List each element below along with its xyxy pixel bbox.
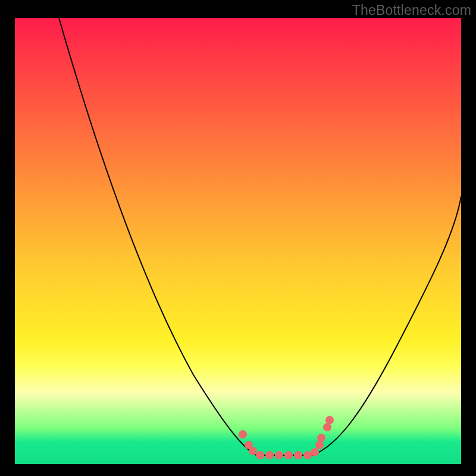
marker-dot [265,451,274,459]
marker-dot [323,423,331,431]
marker-dot [317,434,325,442]
marker-dot [275,451,283,459]
left-curve [59,18,256,455]
marker-dot [311,448,319,456]
marker-dot [315,441,324,449]
marker-dot [249,447,257,455]
chart-svg [15,18,461,464]
marker-dot [284,451,293,459]
marker-dot [256,451,264,459]
marker-dot [303,451,312,459]
marker-dot [325,416,334,424]
plot-area [15,18,461,464]
watermark-text: TheBottleneck.com [352,2,471,18]
right-curve [312,196,461,455]
marker-dot [294,451,302,459]
marker-dot [239,430,247,439]
